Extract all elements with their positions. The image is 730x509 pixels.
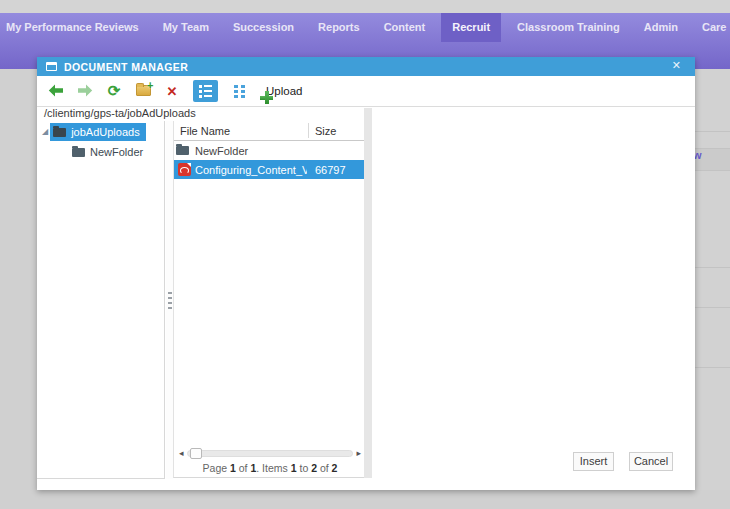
- nav-item-admin[interactable]: Admin: [644, 13, 678, 42]
- column-header-file-name[interactable]: File Name: [174, 125, 230, 137]
- file-name: NewFolder: [195, 145, 307, 157]
- pager-text: Page: [203, 462, 230, 474]
- refresh-button[interactable]: ⟳: [106, 80, 122, 102]
- nav-item-reports[interactable]: Reports: [318, 13, 360, 42]
- forward-button[interactable]: [77, 80, 93, 102]
- nav-item-my-team[interactable]: My Team: [163, 13, 209, 42]
- pane-splitter[interactable]: [166, 121, 173, 479]
- tree-item-newfolder[interactable]: NewFolder: [37, 143, 164, 161]
- list-view-button[interactable]: [193, 80, 218, 102]
- arrow-right-icon: [77, 84, 93, 99]
- scroll-right-icon[interactable]: ▸: [356, 447, 361, 460]
- nav-item-succession[interactable]: Succession: [233, 13, 294, 42]
- tree-item-label: NewFolder: [90, 146, 143, 158]
- pdf-file-icon: [174, 163, 195, 176]
- arrow-left-icon: [48, 84, 64, 99]
- close-icon[interactable]: ✕: [672, 59, 681, 72]
- nav-item-classroom-training[interactable]: Classroom Training: [517, 13, 620, 42]
- tree-expand-icon[interactable]: ◢: [42, 128, 48, 136]
- splitter-grip-icon: [168, 292, 172, 294]
- grid-view-button[interactable]: [231, 80, 247, 102]
- pdf-glyph: [178, 163, 191, 176]
- upload-button[interactable]: Upload: [260, 80, 302, 102]
- dialog-title: DOCUMENT MANAGER: [64, 61, 188, 73]
- background-row-divider: [695, 367, 730, 368]
- scroll-left-icon[interactable]: ◂: [179, 447, 184, 460]
- browser-top-strip: [0, 0, 730, 13]
- pager-text: to: [297, 462, 312, 474]
- splitter-grip-icon: [168, 307, 172, 309]
- pager-text: . Items: [256, 462, 290, 474]
- pager: Page 1 of 1. Items 1 to 2 of 2: [174, 460, 366, 477]
- column-header-size[interactable]: Size: [315, 125, 336, 137]
- splitter-grip-icon: [168, 302, 172, 304]
- refresh-icon: ⟳: [108, 84, 121, 98]
- list-view-icon: [199, 85, 212, 98]
- dialog-content: ◢jobAdUploadsNewFolder File Name Size Ne…: [37, 121, 695, 479]
- new-folder-icon: +: [136, 85, 151, 98]
- file-grid-pane: File Name Size NewFolderConfiguring_Cont…: [173, 121, 366, 478]
- background-row-divider: [695, 307, 730, 308]
- window-icon: [46, 62, 57, 71]
- back-button[interactable]: [48, 80, 64, 102]
- delete-x-icon: ✕: [167, 85, 178, 98]
- file-size: 66797: [315, 164, 346, 176]
- pager-text: of: [236, 462, 251, 474]
- scrollbar-track[interactable]: [187, 450, 354, 457]
- cancel-button[interactable]: Cancel: [629, 452, 673, 471]
- splitter-grip-icon: [168, 297, 172, 299]
- pager-text: 2: [332, 462, 338, 474]
- document-manager-dialog: DOCUMENT MANAGER ✕ ⟳+✕Upload /clientimg/…: [37, 57, 695, 490]
- background-row-divider: [695, 267, 730, 268]
- nav-item-care[interactable]: Care: [702, 13, 726, 42]
- grid-view-icon: [234, 85, 245, 98]
- scrollbar-thumb[interactable]: [190, 448, 202, 459]
- nav-item-recruit[interactable]: Recruit: [441, 13, 501, 42]
- background-page-right: w: [695, 69, 730, 490]
- folder-icon: [53, 128, 66, 137]
- folder-glyph: [176, 146, 189, 155]
- pager-text: of: [317, 462, 332, 474]
- tree-item-label: jobAdUploads: [71, 126, 140, 138]
- dialog-titlebar[interactable]: DOCUMENT MANAGER ✕: [37, 57, 695, 76]
- delete-button[interactable]: ✕: [164, 80, 180, 102]
- grid-rows: NewFolderConfiguring_Content_Vendo66797: [174, 141, 366, 447]
- grid-header[interactable]: File Name Size: [174, 121, 366, 141]
- nav-item-content[interactable]: Content: [384, 13, 426, 42]
- pane-edge-strip: [364, 108, 372, 478]
- folder-icon: [72, 148, 85, 157]
- main-nav: My Performance ReviewsMy TeamSuccessionR…: [0, 13, 730, 42]
- new-folder-button[interactable]: +: [135, 80, 151, 102]
- horizontal-scrollbar[interactable]: ◂ ▸: [174, 447, 366, 460]
- insert-button[interactable]: Insert: [573, 452, 614, 471]
- dialog-toolbar: ⟳+✕Upload: [37, 76, 695, 107]
- background-row-divider: [695, 170, 730, 171]
- nav-item-my-performance-reviews[interactable]: My Performance Reviews: [6, 13, 139, 42]
- folder-tree-pane: ◢jobAdUploadsNewFolder: [37, 121, 165, 479]
- tree-item-label-box[interactable]: NewFolder: [69, 143, 149, 161]
- background-row-divider: [695, 131, 730, 132]
- file-name: Configuring_Content_Vendo: [195, 164, 307, 176]
- file-row-configuring-content-vendo[interactable]: Configuring_Content_Vendo66797: [174, 160, 366, 179]
- background-page-bottom: [0, 490, 730, 509]
- tree-item-label-box[interactable]: jobAdUploads: [50, 123, 146, 141]
- tree-item-jobaduploads[interactable]: ◢jobAdUploads: [37, 123, 164, 141]
- folder-icon: [174, 146, 195, 155]
- file-row-newfolder[interactable]: NewFolder: [174, 141, 366, 160]
- column-divider[interactable]: [308, 123, 309, 138]
